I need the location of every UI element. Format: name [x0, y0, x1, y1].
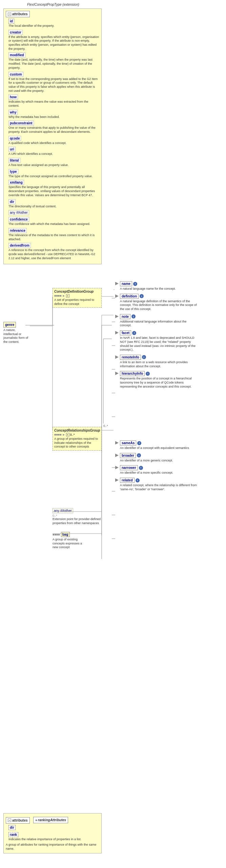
- right-item-name: name i A natural language name for the c…: [115, 281, 220, 291]
- concept-def-expand[interactable]: +: [66, 294, 69, 297]
- svg-marker-19: [115, 355, 119, 359]
- bag-section: ■■■■ bag A group of existing concepts ex…: [53, 532, 86, 550]
- field-derivedfrom: derivedfrom A reference to the concept f…: [6, 243, 99, 260]
- attributes-header[interactable]: − attributes: [6, 11, 30, 17]
- svg-marker-18: [115, 331, 119, 334]
- broader-field-box: broader: [120, 453, 136, 458]
- related-field-box: related: [120, 478, 135, 483]
- broader-info-icon[interactable]: i: [137, 453, 141, 457]
- any-other-multiplicity: 0..*: [53, 514, 102, 517]
- field-desc-relevance: The relevance of the metadata to the new…: [8, 233, 99, 241]
- bottom-attributes-header[interactable]: − attributes: [6, 817, 30, 824]
- facet-info-icon[interactable]: i: [132, 331, 136, 335]
- field-desc-literal: A free-text value assigned as property v…: [8, 163, 99, 167]
- right-item-remoteinfo: remoteInfo i A link to an item or a web …: [115, 355, 220, 368]
- bag-name: bag: [62, 533, 68, 536]
- svg-marker-22: [115, 454, 119, 457]
- concept-relationships-desc: A group of properties required to indica…: [54, 437, 100, 449]
- field-name-modified: modified: [8, 53, 25, 58]
- field-name-dir: dir: [8, 199, 16, 204]
- remoteinfo-info-icon[interactable]: i: [142, 355, 146, 359]
- definition-field-box: definition: [120, 294, 139, 299]
- definition-field-desc: A natural language definition of the sem…: [120, 299, 198, 311]
- field-name-custom: custom: [8, 72, 23, 77]
- right-item-hierarchyinfo: hierarchyInfo i Represents the position …: [115, 371, 220, 389]
- field-name-uri: uri: [8, 147, 16, 152]
- field-desc-creator: If the attribute is empty, specifies whi…: [8, 35, 99, 51]
- field-name-type: type: [8, 169, 18, 174]
- expand-icon[interactable]: −: [8, 13, 11, 16]
- field-name-xmllang: xmllang: [8, 180, 24, 185]
- field-why: why Why the metadata has been included.: [6, 110, 99, 119]
- field-desc-id: The local identifier of the property.: [8, 24, 99, 28]
- bottom-field-desc-rank: Indicates the relative importance of pro…: [8, 838, 99, 842]
- right-item-definition: definition i A natural language definiti…: [115, 294, 220, 311]
- bottom-expand-icon[interactable]: −: [8, 819, 11, 822]
- field-desc-custom: If set to true the corresponding propert…: [8, 77, 99, 93]
- right-item-narrower: narrower i An identifier of a more speci…: [115, 465, 220, 475]
- broader-field-desc: An identifier of a more generic concept.: [120, 459, 173, 463]
- field-name-qcode: qcode: [8, 136, 21, 141]
- bag-desc: A group of existing concepts expresses a…: [53, 538, 86, 550]
- ranking-attributes-label: rankingAttributes: [38, 818, 66, 822]
- bottom-field-name-dir: dir: [8, 825, 16, 830]
- bottom-field-rank: rank Indicates the relative importance o…: [6, 832, 99, 842]
- svg-marker-20: [115, 372, 119, 375]
- field-type: type The type of the concept assigned as…: [6, 169, 99, 179]
- hierarchyinfo-info-icon[interactable]: i: [146, 372, 150, 376]
- field-desc-why: Why the metadata has been included.: [8, 115, 99, 119]
- field-desc-derivedfrom: A reference to the concept from which th…: [8, 248, 99, 260]
- field-desc-uri: A URI which identifies a concept.: [8, 152, 99, 156]
- note-info-icon[interactable]: i: [131, 314, 136, 318]
- any-other-section: any ##other 0..* Extension point for pro…: [53, 508, 102, 525]
- facet-field-desc: In NAR 1.8 and later, facet is deprecate…: [120, 336, 198, 352]
- note-field-box: note: [120, 314, 130, 319]
- right-item-note: note i Additional natural language infor…: [115, 314, 220, 328]
- remoteinfo-field-box: remoteInfo: [120, 355, 141, 360]
- field-qcode: qcode A qualified code which identifies …: [6, 136, 99, 145]
- related-info-icon[interactable]: i: [136, 478, 140, 482]
- right-panel-top: name i A natural language name for the c…: [115, 281, 220, 391]
- field-custom: custom If set to true the corresponding …: [6, 72, 99, 93]
- field-any-other: any ##other: [6, 210, 99, 215]
- sameas-field-desc: An identifier of a concept with equivale…: [120, 446, 189, 450]
- related-field-desc: A related concept, where the relationshi…: [120, 483, 198, 491]
- field-xmllang: xmllang Specifies the language of this p…: [6, 180, 99, 197]
- concept-relationships-title: ConceptRelationshipsGroup: [54, 429, 100, 432]
- note-field-desc: Additional natural language information …: [120, 320, 198, 328]
- narrower-field-box: narrower: [120, 465, 138, 470]
- genre-container: genre A nature, intellectual or journali…: [3, 322, 30, 344]
- right-panel-bottom: sameAs i An identifier of a concept with…: [115, 440, 220, 494]
- field-name-literal: literal: [8, 158, 20, 163]
- svg-marker-16: [115, 294, 119, 298]
- genre-desc: A nature, intellectual or journalistic f…: [3, 328, 30, 344]
- sameas-field-box: sameAs: [120, 440, 136, 446]
- field-name-id: id: [8, 19, 14, 24]
- svg-marker-17: [115, 315, 119, 318]
- genre-name-box: genre: [3, 322, 16, 328]
- bottom-attributes-label: attributes: [12, 819, 28, 822]
- facet-field-box: facet: [120, 330, 131, 335]
- definition-info-icon[interactable]: i: [140, 294, 144, 298]
- sameas-info-icon[interactable]: i: [137, 441, 141, 445]
- name-info-icon[interactable]: i: [133, 282, 137, 286]
- concept-definition-desc: A set of properties required to define t…: [54, 298, 100, 306]
- any-other-label: any ##other: [10, 211, 28, 214]
- right-item-facet: facet i In NAR 1.8 and later, facet is d…: [115, 330, 220, 352]
- field-dir: dir The directionality of textual conten…: [6, 199, 99, 209]
- ranking-attributes-group: ■ rankingAttributes: [33, 817, 68, 823]
- narrower-info-icon[interactable]: i: [139, 466, 143, 470]
- field-relevance: relevance The relevance of the metadata …: [6, 228, 99, 241]
- field-creator: creator If the attribute is empty, speci…: [6, 30, 99, 51]
- concept-definition-title: ConceptDefinitionGroup: [54, 290, 100, 293]
- field-name-creator: creator: [8, 30, 23, 35]
- field-name-relevance: relevance: [8, 228, 27, 233]
- field-desc-pubconstraint: One or many constraints that apply to pu…: [8, 126, 99, 134]
- any-other-section-desc: Extension point for provider-defined pro…: [53, 517, 102, 525]
- concept-rel-expand[interactable]: +: [66, 433, 69, 436]
- field-name-derivedfrom: derivedfrom: [8, 243, 31, 248]
- field-desc-confidence: The confidence with which the metadata h…: [8, 222, 99, 226]
- bottom-field-name-rank: rank: [8, 832, 18, 837]
- field-literal: literal A free-text value assigned as pr…: [6, 158, 99, 167]
- right-item-broader: broader i An identifier of a more generi…: [115, 453, 220, 463]
